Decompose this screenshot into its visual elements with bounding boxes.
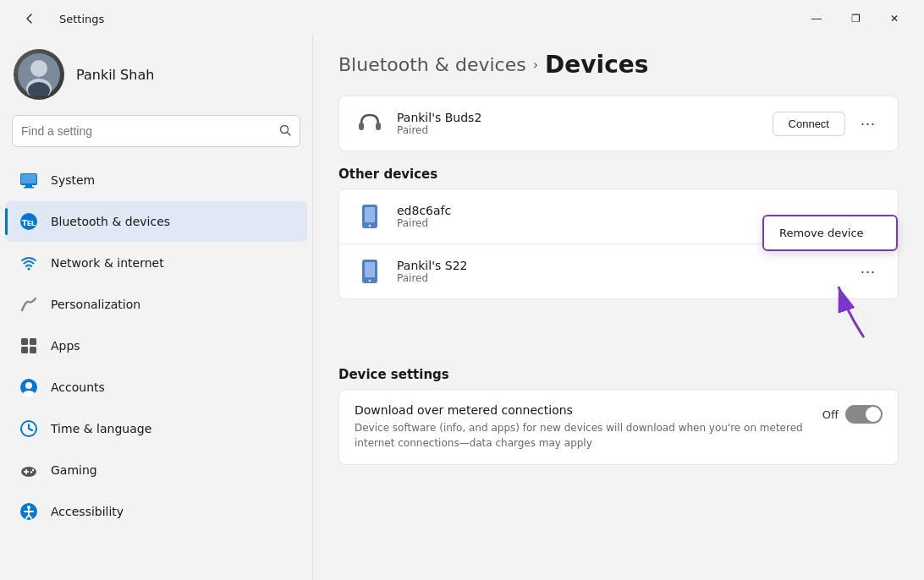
metered-toggle[interactable]: [845, 405, 883, 424]
breadcrumb-current: Devices: [545, 51, 648, 79]
search-input[interactable]: [21, 124, 279, 138]
sidebar-item-accessibility[interactable]: Accessibility: [5, 491, 307, 532]
sidebar-item-system[interactable]: System: [5, 160, 307, 200]
svg-rect-34: [359, 123, 364, 130]
arrow-annotation: [822, 278, 872, 349]
svg-rect-25: [24, 471, 29, 473]
gaming-icon: [19, 460, 39, 480]
svg-point-38: [369, 225, 371, 227]
svg-rect-9: [21, 174, 36, 183]
content-area: Bluetooth & devices › Devices Pankil's B…: [313, 34, 924, 580]
breadcrumb: Bluetooth & devices › Devices: [338, 51, 899, 79]
user-name: Pankil Shah: [76, 67, 154, 83]
svg-rect-13: [21, 338, 28, 345]
sidebar: Pankil Shah: [0, 34, 313, 580]
window-controls: — ❐ ✕: [797, 5, 914, 32]
search-icon: [279, 124, 291, 139]
sidebar-item-accessibility-label: Accessibility: [51, 505, 124, 518]
close-button[interactable]: ✕: [875, 5, 914, 32]
svg-point-41: [369, 280, 371, 282]
svg-point-27: [30, 471, 32, 473]
device-settings-title: Device settings: [338, 367, 899, 382]
accounts-icon: [19, 377, 39, 397]
device-pankil-s22-status: Paired: [397, 272, 854, 284]
personalization-icon: [19, 294, 39, 315]
window-title: Settings: [59, 13, 104, 25]
sidebar-item-network[interactable]: Network & internet: [5, 243, 307, 283]
svg-point-26: [32, 469, 34, 471]
svg-text:℡: ℡: [22, 216, 36, 228]
metered-connections-card: Download over metered connections Device…: [338, 389, 899, 465]
context-menu-remove[interactable]: Remove device: [764, 220, 896, 246]
svg-line-5: [288, 132, 291, 135]
settings-desc: Device software (info, and apps) for new…: [355, 420, 806, 451]
device-settings-section: Device settings Download over metered co…: [338, 367, 899, 465]
sidebar-item-bluetooth[interactable]: ℡ Bluetooth & devices: [5, 201, 307, 242]
toggle-label: Off: [822, 408, 839, 421]
main-device-more-button[interactable]: ···: [854, 112, 883, 136]
svg-rect-7: [25, 185, 32, 187]
app-body: Pankil Shah: [0, 34, 924, 580]
toggle-container: Off: [822, 405, 883, 424]
svg-line-22: [29, 429, 32, 430]
device-pankil-s22-info: Pankil's S22 Paired: [397, 259, 854, 284]
device-pankil-s22-more-button[interactable]: ···: [854, 260, 883, 284]
sidebar-item-time-label: Time & language: [51, 422, 151, 435]
sidebar-item-personalization-label: Personalization: [51, 298, 140, 311]
nav-list: System ℡ Bluetooth & devices: [0, 159, 312, 580]
other-devices-group: ed8c6afc Paired ··· Remove device: [338, 189, 899, 299]
device-pankil-s22-name: Pankil's S22: [397, 259, 854, 272]
title-bar: Settings — ❐ ✕: [0, 0, 924, 34]
sidebar-item-network-label: Network & internet: [51, 256, 164, 270]
back-button[interactable]: [10, 5, 49, 32]
phone-icon-1: [355, 201, 385, 232]
settings-info: Download over metered connections Device…: [355, 403, 806, 451]
apps-icon: [19, 336, 39, 356]
svg-rect-37: [365, 207, 375, 222]
other-devices-title: Other devices: [338, 167, 899, 182]
phone-icon-2: [355, 256, 385, 287]
sidebar-item-apps[interactable]: Apps: [5, 326, 307, 366]
avatar-image: [18, 53, 60, 96]
settings-row: Download over metered connections Device…: [355, 403, 883, 451]
bluetooth-icon: ℡: [19, 211, 39, 232]
sidebar-item-accounts[interactable]: Accounts: [5, 367, 307, 408]
main-device-name: Pankil's Buds2: [397, 111, 773, 124]
svg-point-12: [28, 268, 30, 271]
user-section: Pankil Shah: [0, 34, 312, 112]
main-device-status: Paired: [397, 124, 773, 136]
svg-point-18: [25, 382, 32, 389]
search-box[interactable]: [12, 115, 300, 147]
sidebar-item-gaming-label: Gaming: [51, 463, 97, 477]
headphones-icon: [355, 108, 385, 139]
sidebar-item-bluetooth-label: Bluetooth & devices: [51, 215, 170, 228]
sidebar-item-apps-label: Apps: [51, 339, 80, 353]
svg-rect-8: [24, 187, 34, 189]
svg-rect-15: [21, 347, 28, 353]
maximize-button[interactable]: ❐: [836, 5, 875, 32]
sidebar-item-system-label: System: [51, 173, 95, 187]
minimize-button[interactable]: —: [797, 5, 836, 32]
title-bar-left: Settings: [10, 5, 104, 32]
sidebar-item-time[interactable]: Time & language: [5, 408, 307, 449]
connect-button[interactable]: Connect: [773, 112, 845, 136]
svg-rect-35: [376, 123, 381, 130]
breadcrumb-parent: Bluetooth & devices: [338, 54, 526, 75]
main-device-info: Pankil's Buds2 Paired: [397, 111, 773, 136]
toggle-knob: [866, 407, 881, 422]
system-icon: [19, 170, 39, 190]
device-row-ed8c6afc: ed8c6afc Paired ··· Remove device: [339, 189, 898, 244]
avatar: [14, 49, 64, 100]
time-icon: [19, 419, 39, 439]
sidebar-item-personalization[interactable]: Personalization: [5, 284, 307, 325]
breadcrumb-chevron: ›: [533, 57, 538, 73]
svg-rect-40: [365, 262, 375, 277]
accessibility-icon: [19, 501, 39, 522]
sidebar-item-accounts-label: Accounts: [51, 380, 105, 394]
context-menu: Remove device: [762, 215, 898, 251]
main-device-card: Pankil's Buds2 Paired Connect ···: [338, 96, 899, 151]
network-icon: [19, 253, 39, 273]
sidebar-item-gaming[interactable]: Gaming: [5, 450, 307, 490]
svg-rect-14: [30, 338, 36, 345]
device-row-pankil-s22: Pankil's S22 Paired ···: [339, 244, 898, 298]
